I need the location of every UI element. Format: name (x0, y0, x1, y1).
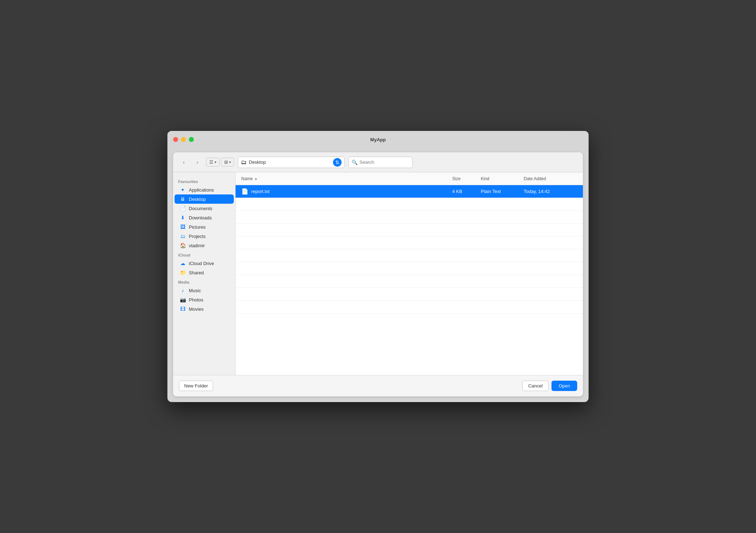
sidebar-item-projects[interactable]: 🗂 Projects (175, 232, 234, 241)
icloud-drive-icon: ☁ (180, 260, 186, 266)
file-list-header: Name ▲ Size Kind Date Added (236, 172, 583, 185)
window-controls (173, 137, 194, 142)
file-name: report.txt (251, 189, 269, 194)
col-date-header: Date Added (524, 176, 577, 181)
open-button[interactable]: Open (551, 381, 577, 391)
list-view-icon: ☰ (209, 159, 213, 165)
list-view-caret: ▾ (215, 160, 216, 164)
sidebar: Favourites ✦ Applications 🖥 Desktop 📄 Do… (173, 172, 236, 375)
sidebar-item-shared[interactable]: 📁 Shared (175, 268, 234, 277)
pictures-icon: 🖼 (180, 224, 186, 230)
desktop-icon: 🖥 (180, 196, 186, 202)
media-section-label: Media (173, 277, 235, 286)
cancel-button[interactable]: Cancel (522, 381, 549, 391)
empty-row (236, 211, 583, 224)
col-name-label: Name (241, 176, 253, 181)
back-button[interactable]: ‹ (179, 157, 189, 167)
sidebar-item-pictures[interactable]: 🖼 Pictures (175, 222, 234, 232)
sidebar-item-desktop[interactable]: 🖥 Desktop (175, 194, 234, 204)
empty-row (236, 275, 583, 288)
maximize-button[interactable] (189, 137, 194, 142)
empty-row (236, 237, 583, 249)
footer-right-buttons: Cancel Open (522, 381, 577, 391)
sidebar-item-label: Desktop (189, 197, 206, 202)
title-bar: MyApp (167, 131, 589, 148)
empty-row (236, 224, 583, 237)
empty-row (236, 301, 583, 314)
view-buttons: ☰ ▾ ⊞ ▾ (206, 158, 234, 167)
sidebar-item-applications[interactable]: ✦ Applications (175, 185, 234, 194)
content-area: Favourites ✦ Applications 🖥 Desktop 📄 Do… (173, 172, 583, 375)
projects-icon: 🗂 (180, 233, 186, 239)
sidebar-item-label: Downloads (189, 215, 212, 220)
movies-icon: 🎞 (180, 306, 186, 312)
list-view-button[interactable]: ☰ ▾ (206, 158, 220, 167)
search-icon: 🔍 (352, 159, 358, 165)
file-row-name: 📄 report.txt (241, 188, 452, 195)
grid-view-caret: ▾ (229, 160, 231, 164)
close-button[interactable] (173, 137, 178, 142)
sidebar-item-label: Music (189, 288, 201, 293)
sidebar-item-label: vladimir (189, 243, 205, 248)
favourites-section-label: Favourites (173, 177, 235, 185)
sidebar-item-vladimir[interactable]: 🏠 vladimir (175, 241, 234, 250)
new-folder-button[interactable]: New Folder (179, 381, 213, 391)
location-folder-icon: 🗂 (241, 159, 247, 166)
empty-row (236, 249, 583, 262)
sidebar-item-movies[interactable]: 🎞 Movies (175, 304, 234, 314)
sidebar-item-label: Pictures (189, 224, 206, 230)
documents-icon: 📄 (180, 205, 186, 211)
location-bar: 🗂 Desktop ⇅ (238, 157, 345, 168)
sidebar-item-photos[interactable]: 📷 Photos (175, 295, 234, 304)
grid-view-icon: ⊞ (224, 159, 228, 165)
window-title: MyApp (370, 137, 385, 142)
dialog-inner: ‹ › ☰ ▾ ⊞ ▾ 🗂 Desktop ⇅ (173, 152, 583, 396)
downloads-icon: ⬇ (180, 215, 186, 220)
file-panel: Name ▲ Size Kind Date Added 📄 report.txt (236, 172, 583, 375)
toolbar: ‹ › ☰ ▾ ⊞ ▾ 🗂 Desktop ⇅ (173, 152, 583, 172)
applications-icon: ✦ (180, 187, 186, 193)
file-date: Today, 14:42 (524, 189, 577, 194)
search-box: 🔍 (348, 157, 413, 168)
dialog-footer: New Folder Cancel Open (173, 375, 583, 396)
minimize-button[interactable] (181, 137, 186, 142)
col-sort-icon: ▲ (254, 177, 258, 181)
shared-icon: 📁 (180, 270, 186, 275)
sidebar-item-downloads[interactable]: ⬇ Downloads (175, 213, 234, 222)
empty-row (236, 198, 583, 211)
sidebar-item-label: Shared (189, 270, 204, 275)
file-list: 📄 report.txt 4 KB Plain Text Today, 14:4… (236, 185, 583, 375)
icloud-section-label: iCloud (173, 250, 235, 259)
sidebar-item-label: Documents (189, 206, 212, 211)
sidebar-item-label: iCloud Drive (189, 261, 214, 266)
grid-view-button[interactable]: ⊞ ▾ (221, 158, 234, 167)
sidebar-item-label: Projects (189, 234, 206, 239)
sidebar-item-icloud-drive[interactable]: ☁ iCloud Drive (175, 259, 234, 268)
photos-icon: 📷 (180, 297, 186, 303)
file-size: 4 KB (452, 189, 481, 194)
dialog-body: ‹ › ☰ ▾ ⊞ ▾ 🗂 Desktop ⇅ (167, 148, 589, 402)
empty-row (236, 262, 583, 275)
col-size-header: Size (452, 176, 481, 181)
sidebar-item-documents[interactable]: 📄 Documents (175, 204, 234, 213)
search-input[interactable] (359, 159, 402, 165)
sidebar-item-music[interactable]: ♪ Music (175, 286, 234, 295)
vladimir-icon: 🏠 (180, 243, 186, 248)
location-text: Desktop (249, 159, 331, 165)
macos-window: MyApp ‹ › ☰ ▾ ⊞ ▾ 🗂 (167, 131, 589, 402)
file-kind: Plain Text (481, 189, 524, 194)
sidebar-item-label: Photos (189, 297, 203, 303)
sidebar-item-label: Movies (189, 306, 203, 312)
col-name-header[interactable]: Name ▲ (241, 176, 452, 181)
file-type-icon: 📄 (241, 188, 248, 195)
file-row[interactable]: 📄 report.txt 4 KB Plain Text Today, 14:4… (236, 185, 583, 198)
location-up-down-button[interactable]: ⇅ (333, 158, 342, 167)
col-kind-header: Kind (481, 176, 524, 181)
music-icon: ♪ (180, 288, 186, 293)
forward-button[interactable]: › (192, 157, 202, 167)
sidebar-item-label: Applications (189, 187, 214, 193)
empty-row (236, 288, 583, 301)
